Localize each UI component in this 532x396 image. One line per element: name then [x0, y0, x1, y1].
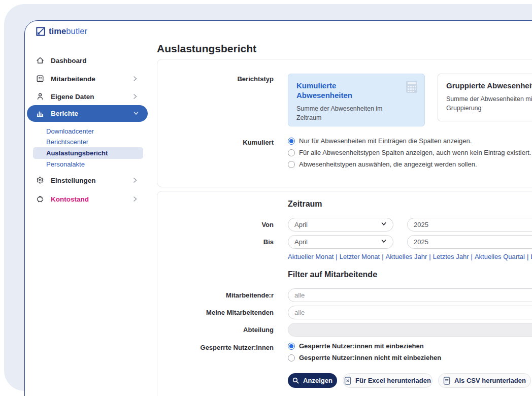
von-year-value: 2025 [414, 221, 428, 228]
kumuliert-label: Kumuliert [157, 139, 274, 146]
zeitraum-heading: Zeitraum [288, 200, 322, 209]
bis-year-select[interactable]: 2025 [407, 235, 532, 249]
sidebar-item-label: Dashboard [51, 57, 87, 64]
home-icon [36, 56, 44, 64]
calculator-icon [405, 80, 418, 95]
gesperrte-option-1[interactable]: Gesperrte Nutzer:innen mit einbeziehen [288, 342, 424, 350]
separator: | [380, 253, 385, 260]
radio-unselected[interactable] [288, 161, 295, 168]
separator: | [427, 253, 433, 260]
von-label: Von [157, 221, 274, 228]
filter-heading: Filter auf Mitarbeitende [288, 270, 377, 279]
sidebar: timebutler Dashboard Mitarbeitende [25, 21, 157, 396]
brand-name: timebutler [49, 26, 87, 36]
mitarbeitender-label: Mitarbeitende:r [157, 291, 274, 299]
chevron-right-icon [131, 195, 139, 205]
radio-selected[interactable] [288, 138, 295, 145]
bis-month-value: April [294, 238, 308, 246]
bis-label: Bis [157, 238, 274, 246]
sidebar-item-eigene-daten[interactable]: Eigene Daten [27, 90, 149, 103]
von-year-select[interactable]: 2025 [407, 218, 532, 232]
sidebar-subitem-auslastungsbericht[interactable]: Auslastungsbericht [46, 148, 148, 158]
sidebar-item-label: Mitarbeitende [51, 75, 95, 83]
card-description: Summe der Abwesenheiten im Zeitraum [296, 104, 401, 122]
gesperrte-option-2[interactable]: Gesperrte Nutzer:innen nicht mit einbezi… [288, 354, 441, 361]
sidebar-item-mitarbeitende[interactable]: Mitarbeitende [27, 73, 149, 85]
abteilung-input [288, 323, 532, 337]
excel-file-icon [344, 377, 351, 385]
kumuliert-option-2[interactable]: Für alle Abwesenheitstypen Spalten anzei… [288, 149, 531, 156]
bis-year-value: 2025 [414, 238, 428, 246]
link-aktuelles-quartal[interactable]: Aktuelles Quartal [475, 253, 525, 260]
chevron-right-icon [131, 176, 139, 186]
report-type-card-gruppierte[interactable]: Gruppierte Abwesenheiten Summe der Abwes… [438, 74, 532, 121]
berichtstyp-label: Berichtstyp [157, 75, 274, 83]
anzeigen-button-label: Anzeigen [303, 377, 332, 384]
quick-period-links: Aktueller Monat|Letzter Monat|Aktuelles … [288, 253, 532, 260]
separator: | [334, 253, 339, 260]
von-month-select[interactable]: April [288, 218, 393, 232]
chevron-down-icon [381, 221, 387, 228]
link-aktueller-monat[interactable]: Aktueller Monat [288, 253, 334, 260]
sidebar-item-label: Einstellungen [51, 177, 96, 184]
meine-mitarbeitenden-input[interactable] [288, 306, 532, 319]
chevron-right-icon [131, 92, 139, 103]
von-month-value: April [294, 221, 308, 228]
gesperrte-label: Gesperrte Nutzer:innen [157, 344, 274, 351]
radio-label: Abwesenheitstypen auswählen, die angezei… [299, 160, 477, 168]
meine-mitarbeitenden-label: Meine Mitarbeitenden [157, 309, 274, 316]
radio-unselected[interactable] [288, 149, 295, 156]
app-window: timebutler Dashboard Mitarbeitende [24, 20, 532, 396]
card-title: Kumulierte Abwesenheiten [296, 81, 383, 101]
sidebar-item-label: Berichte [51, 110, 78, 117]
sidebar-subitem-personalakte[interactable]: Personalakte [46, 159, 148, 169]
sidebar-item-label: Kontostand [51, 195, 89, 203]
person-icon [36, 92, 44, 101]
bis-month-select[interactable]: April [288, 235, 393, 249]
card-description: Summe der Abwesenheiten mit Gruppierung [446, 94, 532, 113]
kumuliert-option-1[interactable]: Nur für Abwesenheiten mit Einträgen die … [288, 137, 472, 145]
page: { "colors": { "accent_blue": "#3263b4", … [0, 0, 532, 396]
gear-icon [36, 176, 44, 184]
chevron-right-icon [131, 75, 139, 85]
link-letzter-monat[interactable]: Letzter Monat [340, 253, 380, 260]
card-title: Gruppierte Abwesenheiten [446, 81, 532, 91]
search-icon [292, 377, 299, 384]
csv-button-label: Als CSV herunterladen [454, 377, 526, 384]
timebutler-logo-icon [36, 27, 45, 36]
excel-download-button[interactable]: Für Excel herunterladen [343, 373, 433, 388]
radio-label: Gesperrte Nutzer:innen nicht mit einbezi… [299, 354, 441, 361]
brand-logo[interactable]: timebutler [36, 26, 87, 36]
radio-label: Für alle Abwesenheitstypen Spalten anzei… [299, 149, 531, 156]
sidebar-item-einstellungen[interactable]: Einstellungen [27, 174, 149, 186]
sidebar-item-label: Eigene Daten [51, 93, 94, 101]
bar-chart-icon [36, 110, 44, 118]
link-aktuelles-jahr[interactable]: Aktuelles Jahr [386, 253, 427, 260]
page-title: Auslastungsbericht [157, 43, 256, 55]
csv-file-icon [443, 377, 450, 385]
radio-selected[interactable] [288, 343, 295, 350]
filter-panel: Zeitraum Von April 2025 Bis April 2025 A… [157, 191, 532, 396]
chevron-down-icon [381, 238, 387, 246]
csv-download-button[interactable]: Als CSV herunterladen [438, 373, 531, 388]
anzeigen-button[interactable]: Anzeigen [288, 373, 337, 388]
report-type-panel: Berichtstyp Kumulierte Abwesenheiten Sum… [157, 59, 532, 187]
radio-unselected[interactable] [288, 354, 295, 361]
sidebar-item-kontostand[interactable]: Kontostand [27, 193, 149, 205]
sidebar-item-dashboard[interactable]: Dashboard [27, 54, 149, 67]
radio-label: Nur für Abwesenheiten mit Einträgen die … [299, 137, 472, 145]
mitarbeitender-input[interactable] [288, 288, 532, 302]
report-type-card-kumulierte[interactable]: Kumulierte Abwesenheiten Summe der Abwes… [288, 74, 425, 126]
chevron-down-icon [132, 110, 140, 119]
separator: | [525, 253, 530, 260]
id-card-icon [36, 75, 44, 83]
link-letztes-jahr[interactable]: Letztes Jahr [433, 253, 469, 260]
excel-button-label: Für Excel herunterladen [355, 377, 431, 384]
sidebar-item-berichte[interactable]: Berichte [27, 105, 148, 122]
radio-label: Gesperrte Nutzer:innen mit einbeziehen [299, 342, 424, 350]
kumuliert-option-3[interactable]: Abwesenheitstypen auswählen, die angezei… [288, 160, 477, 168]
piggy-bank-icon [36, 195, 44, 203]
sidebar-subitem-downloadcenter[interactable]: Downloadcenter [46, 126, 148, 136]
abteilung-label: Abteilung [157, 326, 274, 334]
sidebar-subitem-berichtscenter[interactable]: Berichtscenter [46, 137, 148, 147]
